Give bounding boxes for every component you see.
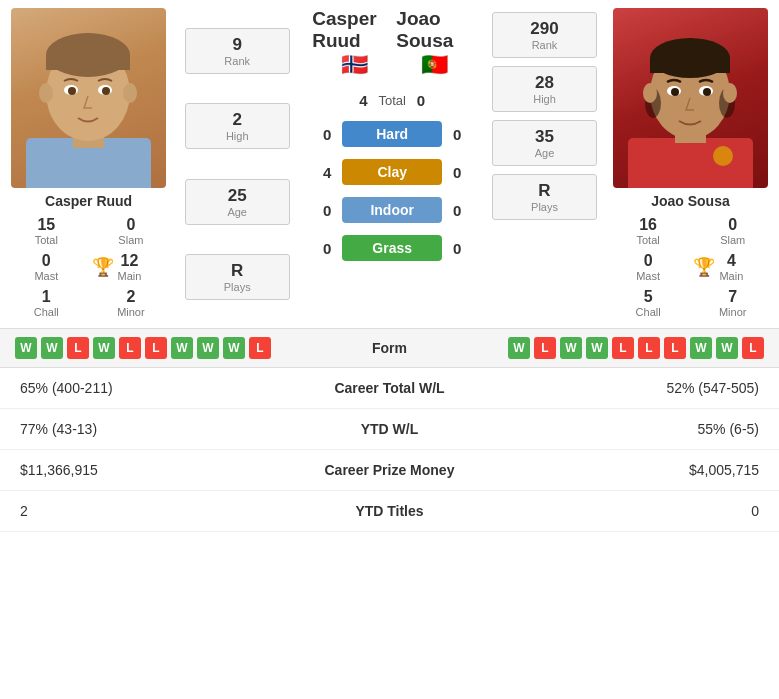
svg-point-9 [39, 83, 53, 103]
form-badge-right: W [508, 337, 530, 359]
ytd-wl-right: 55% (6-5) [506, 409, 779, 450]
left-plays-box: R Plays [185, 254, 290, 300]
form-section: WWLWLLWWWL Form WLWWLLLWWL [0, 328, 779, 368]
hard-score-row: 0 Hard 0 [302, 117, 482, 151]
form-badge-right: L [638, 337, 660, 359]
prize-right: $4,005,715 [506, 450, 779, 491]
left-player-photo [11, 8, 166, 188]
form-badge-right: L [664, 337, 686, 359]
ytd-titles-right: 0 [506, 491, 779, 532]
svg-rect-16 [650, 58, 730, 73]
right-player-block: Joao Sousa 16 Total 0 Slam 0 Mast 🏆 [607, 8, 774, 320]
right-total: 16 Total [607, 214, 690, 248]
form-badge-left: W [171, 337, 193, 359]
form-badge-left: L [145, 337, 167, 359]
ytd-wl-left: 77% (43-13) [0, 409, 273, 450]
svg-point-8 [102, 87, 110, 95]
form-badge-left: W [93, 337, 115, 359]
right-player-photo [613, 8, 768, 188]
svg-point-12 [713, 146, 733, 166]
stats-table: 65% (400-211) Career Total W/L 52% (547-… [0, 368, 779, 532]
right-rank-box: 290 Rank [492, 12, 597, 58]
form-badge-right: L [534, 337, 556, 359]
main-container: Casper Ruud 15 Total 0 Slam 0 Mast 🏆 [0, 0, 779, 532]
left-player-name: Casper Ruud [45, 193, 132, 209]
form-badge-left: L [249, 337, 271, 359]
ytd-wl-row: 77% (43-13) YTD W/L 55% (6-5) [0, 409, 779, 450]
form-left: WWLWLLWWWL [15, 337, 330, 359]
left-chall: 1 Chall [5, 286, 88, 320]
right-minor: 7 Minor [691, 286, 774, 320]
right-mast: 0 Mast [607, 250, 690, 284]
form-badge-left: L [119, 337, 141, 359]
svg-rect-11 [628, 138, 753, 188]
form-badge-left: W [41, 337, 63, 359]
prize-left: $11,366,915 [0, 450, 273, 491]
right-plays-box: R Plays [492, 174, 597, 220]
form-badge-right: W [560, 337, 582, 359]
left-middle-panel: 9 Rank 2 High 25 Age R Plays [172, 8, 302, 320]
svg-point-7 [68, 87, 76, 95]
left-player-block: Casper Ruud 15 Total 0 Slam 0 Mast 🏆 [5, 8, 172, 320]
svg-point-23 [643, 83, 657, 103]
prize-label: Career Prize Money [273, 450, 507, 491]
svg-point-21 [671, 88, 679, 96]
form-badge-left: W [197, 337, 219, 359]
total-score-row: 4 Total 0 [338, 88, 445, 113]
ytd-titles-left: 2 [0, 491, 273, 532]
right-trophy-icon: 🏆 [693, 256, 715, 278]
form-badge-right: L [612, 337, 634, 359]
form-badge-right: W [690, 337, 712, 359]
form-badge-right: W [716, 337, 738, 359]
svg-point-24 [723, 83, 737, 103]
left-mast: 0 Mast [5, 250, 88, 284]
right-middle-panel: 290 Rank 28 High 35 Age R Plays [482, 8, 607, 320]
left-main: 🏆 12 Main [90, 250, 173, 284]
svg-point-10 [123, 83, 137, 103]
left-player-title: Casper Ruud 🇳🇴 [312, 8, 396, 78]
form-badge-left: W [15, 337, 37, 359]
career-wl-row: 65% (400-211) Career Total W/L 52% (547-… [0, 368, 779, 409]
grass-score-row: 0 Grass 0 [302, 231, 482, 265]
left-trophy-icon: 🏆 [92, 256, 114, 278]
form-badge-right: L [742, 337, 764, 359]
form-right: WLWWLLLWWL [450, 337, 765, 359]
form-label: Form [330, 340, 450, 356]
indoor-score-row: 0 Indoor 0 [302, 193, 482, 227]
right-chall: 5 Chall [607, 286, 690, 320]
left-high-box: 2 High [185, 103, 290, 149]
form-badge-right: W [586, 337, 608, 359]
left-slam: 0 Slam [90, 214, 173, 248]
right-slam: 0 Slam [691, 214, 774, 248]
players-section: Casper Ruud 15 Total 0 Slam 0 Mast 🏆 [0, 0, 779, 328]
right-high-box: 28 High [492, 66, 597, 112]
right-age-box: 35 Age [492, 120, 597, 166]
ytd-titles-label: YTD Titles [273, 491, 507, 532]
form-badge-left: L [67, 337, 89, 359]
left-flag: 🇳🇴 [312, 52, 396, 78]
right-player-name: Joao Sousa [651, 193, 730, 209]
form-badge-left: W [223, 337, 245, 359]
left-rank-box: 9 Rank [185, 28, 290, 74]
right-player-title: Joao Sousa 🇵🇹 [396, 8, 472, 78]
right-flag: 🇵🇹 [396, 52, 472, 78]
left-age-box: 25 Age [185, 179, 290, 225]
career-wl-label: Career Total W/L [273, 368, 507, 409]
clay-score-row: 4 Clay 0 [302, 155, 482, 189]
career-wl-left: 65% (400-211) [0, 368, 273, 409]
ytd-titles-row: 2 YTD Titles 0 [0, 491, 779, 532]
right-stats-grid: 16 Total 0 Slam 0 Mast 🏆 4 Main [607, 214, 774, 320]
left-minor: 2 Minor [90, 286, 173, 320]
center-top-row: Casper Ruud 🇳🇴 Joao Sousa 🇵🇹 [302, 8, 482, 78]
left-total: 15 Total [5, 214, 88, 248]
svg-point-22 [703, 88, 711, 96]
left-stats-grid: 15 Total 0 Slam 0 Mast 🏆 12 Main [5, 214, 172, 320]
career-wl-right: 52% (547-505) [506, 368, 779, 409]
prize-row: $11,366,915 Career Prize Money $4,005,71… [0, 450, 779, 491]
svg-rect-4 [46, 55, 130, 70]
center-match-block: Casper Ruud 🇳🇴 Joao Sousa 🇵🇹 4 Total 0 0… [302, 8, 482, 320]
ytd-wl-label: YTD W/L [273, 409, 507, 450]
right-main: 🏆 4 Main [691, 250, 774, 284]
